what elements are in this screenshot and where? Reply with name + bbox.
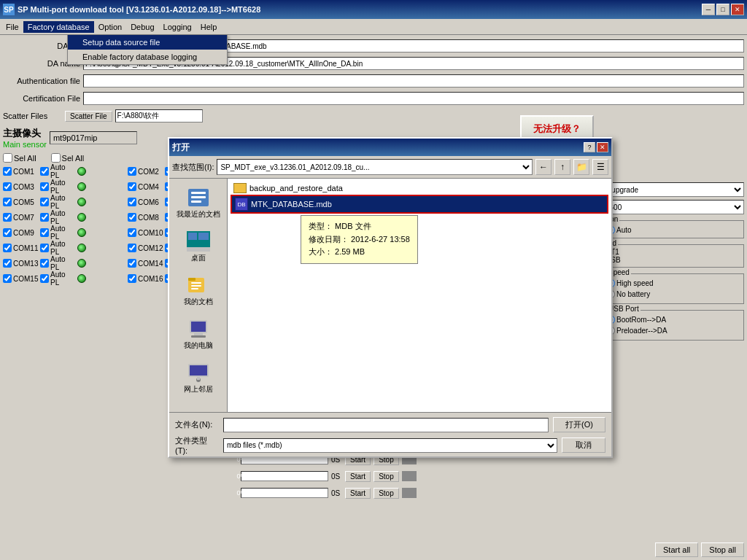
tooltip-type-value: MDB 文件 [335,222,371,230]
recent-docs-shortcut[interactable]: 我最近的文档 [173,184,224,222]
filename-row: 文件名(N): 打开(O) [175,417,605,432]
network-label: 网上邻居 [184,384,213,394]
desktop-shortcut[interactable]: 桌面 [173,228,224,266]
nav-up-button[interactable]: ↑ [554,159,570,175]
minimize-button[interactable]: ─ [702,4,715,15]
main-content: DA file DA name Authentication file Cert… [0,35,747,560]
desktop-icon [187,231,210,252]
nav-back-button[interactable]: ← [535,159,551,175]
close-button[interactable]: ✕ [731,4,744,15]
svg-rect-6 [188,233,197,240]
dialog-overlay: 打开 ? ✕ 查找范围(I): SP_MDT_exe_v3.1236.01_A2… [0,35,747,560]
svg-rect-12 [191,288,198,289]
dialog-footer: 文件名(N): 打开(O) 文件类型(T): mdb files (*.mdb)… [169,412,611,462]
tooltip-size-value: 2.59 MB [335,247,365,256]
network-icon [187,362,210,383]
svg-rect-20 [197,377,200,380]
nav-view-button[interactable]: ☰ [592,159,608,175]
svg-rect-16 [191,335,206,338]
file-item-db[interactable]: DB MTK_DATABASE.mdb [231,195,608,214]
filetype-select[interactable]: mdb files (*.mdb) [223,438,557,453]
folder-name: backup_and_restore_data [249,184,343,192]
filename-label: 文件名(N): [175,419,219,430]
filename-input[interactable] [223,418,549,432]
svg-rect-15 [194,333,203,335]
my-docs-label: 我的文档 [184,297,213,307]
my-computer-shortcut[interactable]: 我的电脑 [173,316,224,354]
filetype-row: 文件类型(T): mdb files (*.mdb) 取消 [175,435,605,455]
tooltip-size-label: 大小： [309,247,333,256]
svg-rect-5 [187,247,210,252]
menu-logging[interactable]: Logging [159,21,196,33]
svg-rect-10 [191,282,201,284]
dialog-sidebar: 我最近的文档 桌面 [169,179,228,412]
db-icon: DB [235,198,248,211]
svg-rect-11 [191,285,201,287]
dialog-title-bar: 打开 ? ✕ [169,139,611,156]
recent-docs-icon [187,187,210,208]
maximize-button[interactable]: □ [716,4,729,15]
recent-docs-label: 我最近的文档 [177,209,220,219]
dialog-toolbar: 查找范围(I): SP_MDT_exe_v3.1236.01_A2012.09.… [169,156,611,179]
menu-bar: File Factory database Option Debug Loggi… [0,19,747,35]
nav-new-folder-button[interactable]: 📁 [573,159,589,175]
file-tooltip: 类型： MDB 文件 修改日期： 2012-6-27 13:58 大小： 2.5… [301,215,418,264]
location-select[interactable]: SP_MDT_exe_v3.1236.01_A2012.09.18_cu... [217,159,533,175]
menu-file[interactable]: File [1,21,23,33]
svg-rect-18 [190,365,207,376]
svg-rect-9 [188,278,196,281]
dialog-title: 打开 [172,141,582,154]
menu-debug[interactable]: Debug [126,21,158,33]
my-computer-label: 我的电脑 [184,341,213,351]
network-shortcut[interactable]: 网上邻居 [173,359,224,397]
my-docs-shortcut[interactable]: 我的文档 [173,272,224,310]
svg-rect-7 [198,233,209,240]
menu-setup-datasource[interactable]: Setup data source file [68,35,227,50]
svg-rect-3 [191,201,201,203]
menu-factory-database[interactable]: Factory database [23,21,94,33]
filetype-label: 文件类型(T): [175,435,219,455]
tooltip-type-row: 类型： MDB 文件 [309,220,410,233]
tooltip-size-row: 大小： 2.59 MB [309,246,410,259]
file-list: backup_and_restore_data DB MTK_DATABASE.… [228,179,611,412]
tooltip-type-label: 类型： [309,222,333,230]
menu-option[interactable]: Option [94,21,126,33]
db-filename: MTK_DATABASE.mdb [251,200,332,209]
window-title: SP Multi-port download tool [V3.1236.01-… [18,5,702,14]
cancel-button[interactable]: 取消 [562,438,605,453]
dialog-close-button[interactable]: ✕ [597,142,608,152]
desktop-label: 桌面 [191,253,206,263]
my-docs-icon [187,275,210,295]
tooltip-modified-label: 修改日期： [309,235,349,244]
folder-icon [233,183,247,193]
svg-rect-14 [191,322,206,332]
location-label: 查找范围(I): [172,162,214,173]
app-icon: SP [3,4,15,15]
window-controls: ─ □ ✕ [702,4,744,15]
open-button[interactable]: 打开(O) [553,417,605,432]
title-bar: SP SP Multi-port download tool [V3.1236.… [0,0,747,19]
tooltip-modified-value: 2012-6-27 13:58 [351,235,410,244]
menu-enable-logging[interactable]: Enable factory database logging [68,50,227,64]
svg-rect-2 [191,196,206,198]
file-item-folder[interactable]: backup_and_restore_data [231,182,608,195]
dialog-help-button[interactable]: ? [584,142,595,152]
menu-help[interactable]: Help [196,21,222,33]
dialog-body: 我最近的文档 桌面 [169,179,611,412]
factory-database-dropdown: Setup data source file Enable factory da… [67,35,228,65]
file-open-dialog: 打开 ? ✕ 查找范围(I): SP_MDT_exe_v3.1236.01_A2… [168,137,613,458]
my-computer-icon [187,319,210,339]
svg-rect-1 [191,192,206,194]
tooltip-modified-row: 修改日期： 2012-6-27 13:58 [309,233,410,246]
